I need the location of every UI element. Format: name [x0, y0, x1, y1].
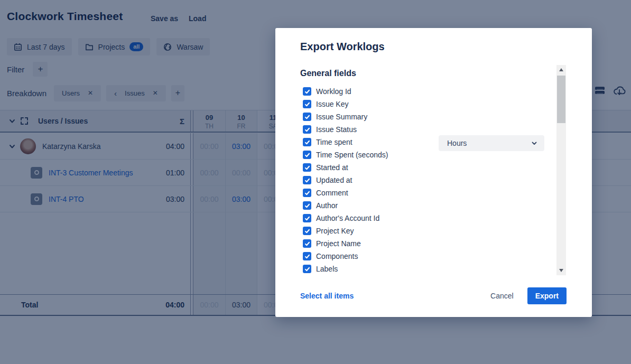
- field-checkbox-project-key[interactable]: Project Key: [303, 225, 461, 237]
- checkbox-checked-icon[interactable]: [303, 189, 311, 197]
- field-checkbox-started-at[interactable]: Started at: [303, 161, 461, 174]
- scrollbar-thumb[interactable]: [557, 76, 565, 123]
- checkbox-checked-icon[interactable]: [303, 176, 311, 184]
- export-button[interactable]: Export: [527, 287, 567, 304]
- field-label: Time Spent (seconds): [316, 151, 388, 159]
- section-title: General fields: [300, 69, 356, 78]
- field-label: Time spent: [316, 138, 352, 146]
- field-label: Author's Account Id: [316, 214, 379, 222]
- field-label: Comment: [316, 189, 348, 197]
- scrollbar[interactable]: [556, 65, 566, 275]
- chevron-down-icon: [531, 140, 537, 146]
- field-checklist: Worklog Id Issue Key Issue Summary Issue…: [303, 85, 461, 275]
- checkbox-checked-icon[interactable]: [303, 151, 311, 159]
- checkbox-checked-icon[interactable]: [303, 100, 311, 108]
- modal-footer: Select all items Cancel Export: [300, 287, 567, 304]
- field-label: Updated at: [316, 176, 352, 184]
- checkbox-checked-icon[interactable]: [303, 227, 311, 235]
- field-label: Author: [316, 201, 338, 210]
- export-worklogs-modal: Export Worklogs General fields Worklog I…: [275, 28, 592, 317]
- field-checkbox-issue-key[interactable]: Issue Key: [303, 98, 461, 110]
- field-checkbox-labels[interactable]: Labels: [303, 263, 461, 275]
- field-checkbox-authors-account-id[interactable]: Author's Account Id: [303, 212, 461, 225]
- field-label: Issue Summary: [316, 113, 367, 121]
- field-checkbox-issue-status[interactable]: Issue Status: [303, 123, 461, 136]
- field-label: Components: [316, 252, 358, 260]
- field-label: Project Key: [316, 227, 354, 235]
- checkbox-checked-icon[interactable]: [303, 138, 311, 146]
- checkbox-checked-icon[interactable]: [303, 87, 311, 96]
- checkbox-checked-icon[interactable]: [303, 265, 311, 273]
- checkbox-checked-icon[interactable]: [303, 201, 311, 210]
- checkbox-checked-icon[interactable]: [303, 113, 311, 121]
- field-checkbox-comment[interactable]: Comment: [303, 186, 461, 199]
- time-unit-select[interactable]: Hours: [439, 135, 544, 151]
- field-checkbox-time-spent-seconds[interactable]: Time Spent (seconds): [303, 148, 461, 161]
- checkbox-checked-icon[interactable]: [303, 252, 311, 260]
- field-label: Worklog Id: [316, 87, 351, 96]
- field-checkbox-components[interactable]: Components: [303, 250, 461, 263]
- checkbox-checked-icon[interactable]: [303, 163, 311, 172]
- field-label: Project Name: [316, 239, 361, 248]
- scroll-up-button[interactable]: [556, 66, 566, 74]
- field-checkbox-updated-at[interactable]: Updated at: [303, 174, 461, 186]
- field-label: Issue Key: [316, 100, 348, 108]
- field-checkbox-time-spent[interactable]: Time spent: [303, 136, 461, 148]
- checkbox-checked-icon[interactable]: [303, 239, 311, 248]
- modal-title: Export Worklogs: [300, 41, 385, 53]
- field-checkbox-project-name[interactable]: Project Name: [303, 237, 461, 250]
- scroll-down-button[interactable]: [556, 266, 566, 275]
- cancel-button[interactable]: Cancel: [490, 292, 514, 300]
- field-label: Labels: [316, 265, 338, 273]
- time-unit-value: Hours: [447, 139, 467, 147]
- field-label: Issue Status: [316, 125, 357, 134]
- checkbox-checked-icon[interactable]: [303, 125, 311, 134]
- field-label: Started at: [316, 163, 348, 172]
- field-checkbox-worklog-id[interactable]: Worklog Id: [303, 85, 461, 98]
- field-checkbox-issue-summary[interactable]: Issue Summary: [303, 110, 461, 123]
- checkbox-checked-icon[interactable]: [303, 214, 311, 222]
- field-checkbox-author[interactable]: Author: [303, 199, 461, 212]
- select-all-items-link[interactable]: Select all items: [300, 292, 354, 300]
